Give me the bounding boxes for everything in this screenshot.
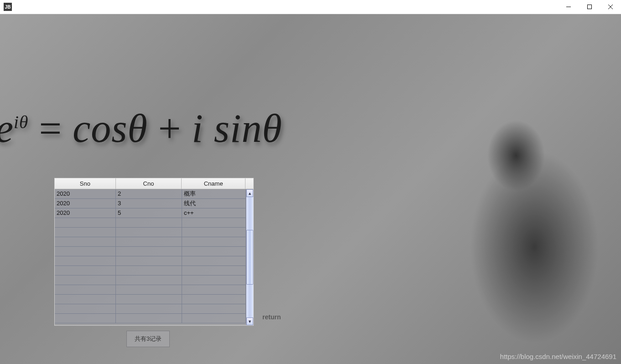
cell-sno[interactable] xyxy=(55,218,116,227)
cell-sno[interactable] xyxy=(55,256,116,265)
cell-cname[interactable] xyxy=(182,266,246,275)
cell-sno[interactable]: 2020 xyxy=(55,189,116,198)
app-icon: JB xyxy=(4,3,12,11)
cell-cno[interactable] xyxy=(116,276,182,285)
cell-cno[interactable] xyxy=(116,256,182,265)
cell-sno[interactable]: 2020 xyxy=(55,208,116,218)
cell-cno[interactable] xyxy=(116,314,182,323)
cell-sno[interactable] xyxy=(55,228,116,237)
cell-cname[interactable] xyxy=(182,285,246,294)
cell-cno[interactable] xyxy=(116,237,182,246)
cell-cno[interactable] xyxy=(116,285,182,294)
window-controls xyxy=(558,0,621,14)
background-portrait xyxy=(416,28,621,364)
table-body: 20202概率20203线代20205c++ ▲ ▼ xyxy=(55,189,253,325)
record-count-box: 共有3记录 xyxy=(126,331,170,347)
minimize-button[interactable] xyxy=(558,0,579,14)
table-row[interactable] xyxy=(55,247,246,256)
return-button[interactable]: return xyxy=(262,313,281,321)
cell-cno[interactable]: 5 xyxy=(116,208,182,218)
cell-cname[interactable] xyxy=(182,304,246,313)
column-header-sno[interactable]: Sno xyxy=(55,178,116,189)
cell-cno[interactable] xyxy=(116,228,182,237)
table-rows: 20202概率20203线代20205c++ xyxy=(55,189,246,325)
cell-cno[interactable] xyxy=(116,247,182,256)
cell-cname[interactable] xyxy=(182,314,246,323)
cell-cno[interactable]: 3 xyxy=(116,199,182,208)
cell-sno[interactable] xyxy=(55,285,116,294)
scroll-thumb[interactable] xyxy=(246,230,253,285)
maximize-button[interactable] xyxy=(579,0,600,14)
cell-cno[interactable] xyxy=(116,304,182,313)
cell-sno[interactable] xyxy=(55,276,116,285)
table-row[interactable] xyxy=(55,228,246,237)
cell-cname[interactable] xyxy=(182,256,246,265)
cell-sno[interactable]: 2020 xyxy=(55,199,116,208)
table-row[interactable] xyxy=(55,266,246,276)
content-area: eiθ = cosθ + i sinθ Sno Cno Cname 20202概… xyxy=(0,14,621,364)
scroll-gap xyxy=(245,178,253,189)
cell-cname[interactable] xyxy=(182,276,246,285)
cell-cname[interactable] xyxy=(182,247,246,256)
scroll-track[interactable] xyxy=(246,197,253,317)
cell-sno[interactable] xyxy=(55,247,116,256)
titlebar: JB xyxy=(0,0,621,14)
table-row[interactable] xyxy=(55,304,246,314)
cell-sno[interactable] xyxy=(55,266,116,275)
cell-cname[interactable]: 概率 xyxy=(182,189,246,198)
vertical-scrollbar[interactable]: ▲ ▼ xyxy=(246,189,253,325)
table-row[interactable]: 20202概率 xyxy=(55,189,246,199)
cell-cname[interactable] xyxy=(182,295,246,304)
cell-sno[interactable] xyxy=(55,304,116,313)
cell-sno[interactable] xyxy=(55,295,116,304)
cell-sno[interactable] xyxy=(55,314,116,323)
table-row[interactable] xyxy=(55,218,246,228)
cell-cno[interactable] xyxy=(116,218,182,227)
table-row[interactable] xyxy=(55,314,246,323)
column-header-cno[interactable]: Cno xyxy=(116,178,182,189)
svg-rect-1 xyxy=(588,5,592,9)
cell-sno[interactable] xyxy=(55,237,116,246)
table-row[interactable] xyxy=(55,256,246,266)
table-row[interactable] xyxy=(55,285,246,295)
cell-cname[interactable]: c++ xyxy=(182,208,246,218)
watermark: https://blog.csdn.net/weixin_44724691 xyxy=(500,353,616,360)
column-header-cname[interactable]: Cname xyxy=(182,178,245,189)
table-row[interactable] xyxy=(55,295,246,304)
cell-cname[interactable] xyxy=(182,228,246,237)
table-header-row: Sno Cno Cname xyxy=(55,178,253,189)
close-button[interactable] xyxy=(600,0,621,14)
background-formula: eiθ = cosθ + i sinθ xyxy=(0,105,282,151)
scroll-up-button[interactable]: ▲ xyxy=(246,189,253,197)
table-row[interactable] xyxy=(55,276,246,285)
scroll-down-button[interactable]: ▼ xyxy=(246,317,253,325)
cell-cname[interactable] xyxy=(182,237,246,246)
table-row[interactable]: 20203线代 xyxy=(55,199,246,208)
cell-cname[interactable] xyxy=(182,218,246,227)
data-table: Sno Cno Cname 20202概率20203线代20205c++ ▲ ▼ xyxy=(54,178,254,326)
cell-cname[interactable]: 线代 xyxy=(182,199,246,208)
cell-cno[interactable]: 2 xyxy=(116,189,182,198)
cell-cno[interactable] xyxy=(116,295,182,304)
cell-cno[interactable] xyxy=(116,266,182,275)
table-row[interactable]: 20205c++ xyxy=(55,208,246,218)
table-row[interactable] xyxy=(55,237,246,247)
formula-exponent: iθ xyxy=(14,112,28,132)
